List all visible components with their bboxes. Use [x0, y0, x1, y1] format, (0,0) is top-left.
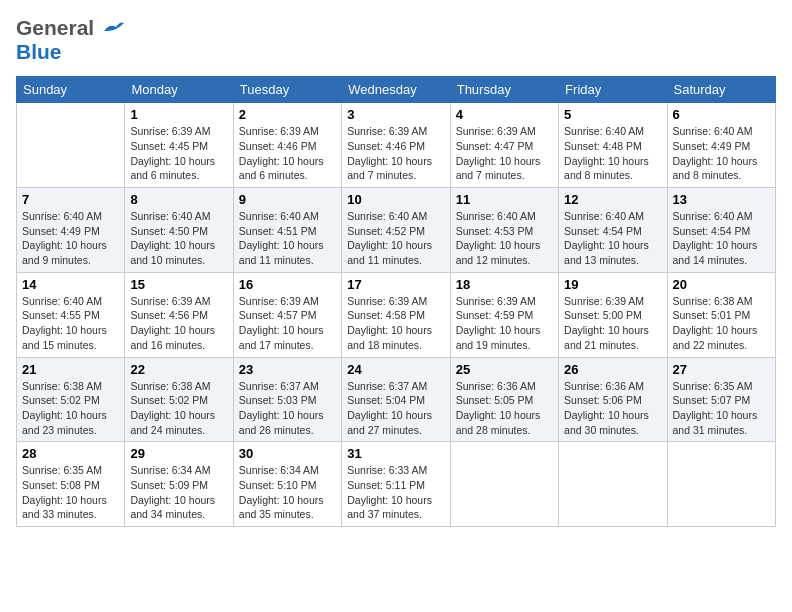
- day-info: Sunrise: 6:40 AM Sunset: 4:48 PM Dayligh…: [564, 124, 661, 183]
- day-number: 5: [564, 107, 661, 122]
- calendar-table: SundayMondayTuesdayWednesdayThursdayFrid…: [16, 76, 776, 527]
- day-number: 28: [22, 446, 119, 461]
- day-info: Sunrise: 6:39 AM Sunset: 4:46 PM Dayligh…: [239, 124, 336, 183]
- day-number: 22: [130, 362, 227, 377]
- calendar-cell: 19Sunrise: 6:39 AM Sunset: 5:00 PM Dayli…: [559, 272, 667, 357]
- logo-blue: Blue: [16, 40, 62, 63]
- calendar-day-header: Tuesday: [233, 77, 341, 103]
- calendar-cell: [450, 442, 558, 527]
- calendar-header-row: SundayMondayTuesdayWednesdayThursdayFrid…: [17, 77, 776, 103]
- day-number: 24: [347, 362, 444, 377]
- day-info: Sunrise: 6:40 AM Sunset: 4:54 PM Dayligh…: [564, 209, 661, 268]
- day-info: Sunrise: 6:40 AM Sunset: 4:52 PM Dayligh…: [347, 209, 444, 268]
- day-info: Sunrise: 6:39 AM Sunset: 4:46 PM Dayligh…: [347, 124, 444, 183]
- day-number: 10: [347, 192, 444, 207]
- day-info: Sunrise: 6:35 AM Sunset: 5:07 PM Dayligh…: [673, 379, 770, 438]
- calendar-cell: 6Sunrise: 6:40 AM Sunset: 4:49 PM Daylig…: [667, 103, 775, 188]
- day-info: Sunrise: 6:35 AM Sunset: 5:08 PM Dayligh…: [22, 463, 119, 522]
- calendar-cell: 5Sunrise: 6:40 AM Sunset: 4:48 PM Daylig…: [559, 103, 667, 188]
- day-info: Sunrise: 6:39 AM Sunset: 4:59 PM Dayligh…: [456, 294, 553, 353]
- calendar-cell: 15Sunrise: 6:39 AM Sunset: 4:56 PM Dayli…: [125, 272, 233, 357]
- day-number: 14: [22, 277, 119, 292]
- calendar-cell: 21Sunrise: 6:38 AM Sunset: 5:02 PM Dayli…: [17, 357, 125, 442]
- day-info: Sunrise: 6:38 AM Sunset: 5:02 PM Dayligh…: [22, 379, 119, 438]
- day-number: 15: [130, 277, 227, 292]
- calendar-cell: 12Sunrise: 6:40 AM Sunset: 4:54 PM Dayli…: [559, 188, 667, 273]
- day-info: Sunrise: 6:38 AM Sunset: 5:01 PM Dayligh…: [673, 294, 770, 353]
- day-info: Sunrise: 6:34 AM Sunset: 5:09 PM Dayligh…: [130, 463, 227, 522]
- day-number: 26: [564, 362, 661, 377]
- day-number: 25: [456, 362, 553, 377]
- calendar-cell: [667, 442, 775, 527]
- day-number: 2: [239, 107, 336, 122]
- calendar-week-row: 7Sunrise: 6:40 AM Sunset: 4:49 PM Daylig…: [17, 188, 776, 273]
- calendar-cell: 28Sunrise: 6:35 AM Sunset: 5:08 PM Dayli…: [17, 442, 125, 527]
- calendar-cell: 17Sunrise: 6:39 AM Sunset: 4:58 PM Dayli…: [342, 272, 450, 357]
- calendar-week-row: 28Sunrise: 6:35 AM Sunset: 5:08 PM Dayli…: [17, 442, 776, 527]
- day-number: 31: [347, 446, 444, 461]
- calendar-cell: 23Sunrise: 6:37 AM Sunset: 5:03 PM Dayli…: [233, 357, 341, 442]
- page-header: General Blue: [16, 16, 776, 64]
- calendar-cell: 13Sunrise: 6:40 AM Sunset: 4:54 PM Dayli…: [667, 188, 775, 273]
- calendar-cell: 16Sunrise: 6:39 AM Sunset: 4:57 PM Dayli…: [233, 272, 341, 357]
- calendar-day-header: Wednesday: [342, 77, 450, 103]
- day-number: 1: [130, 107, 227, 122]
- day-info: Sunrise: 6:33 AM Sunset: 5:11 PM Dayligh…: [347, 463, 444, 522]
- day-number: 18: [456, 277, 553, 292]
- day-number: 7: [22, 192, 119, 207]
- calendar-cell: 26Sunrise: 6:36 AM Sunset: 5:06 PM Dayli…: [559, 357, 667, 442]
- calendar-cell: 18Sunrise: 6:39 AM Sunset: 4:59 PM Dayli…: [450, 272, 558, 357]
- calendar-cell: 14Sunrise: 6:40 AM Sunset: 4:55 PM Dayli…: [17, 272, 125, 357]
- day-info: Sunrise: 6:40 AM Sunset: 4:54 PM Dayligh…: [673, 209, 770, 268]
- day-number: 6: [673, 107, 770, 122]
- day-info: Sunrise: 6:39 AM Sunset: 4:45 PM Dayligh…: [130, 124, 227, 183]
- calendar-cell: 4Sunrise: 6:39 AM Sunset: 4:47 PM Daylig…: [450, 103, 558, 188]
- day-info: Sunrise: 6:34 AM Sunset: 5:10 PM Dayligh…: [239, 463, 336, 522]
- calendar-cell: 3Sunrise: 6:39 AM Sunset: 4:46 PM Daylig…: [342, 103, 450, 188]
- calendar-cell: 31Sunrise: 6:33 AM Sunset: 5:11 PM Dayli…: [342, 442, 450, 527]
- day-number: 13: [673, 192, 770, 207]
- day-info: Sunrise: 6:40 AM Sunset: 4:55 PM Dayligh…: [22, 294, 119, 353]
- calendar-day-header: Sunday: [17, 77, 125, 103]
- day-number: 12: [564, 192, 661, 207]
- day-info: Sunrise: 6:40 AM Sunset: 4:49 PM Dayligh…: [673, 124, 770, 183]
- calendar-cell: 27Sunrise: 6:35 AM Sunset: 5:07 PM Dayli…: [667, 357, 775, 442]
- day-number: 27: [673, 362, 770, 377]
- calendar-cell: 24Sunrise: 6:37 AM Sunset: 5:04 PM Dayli…: [342, 357, 450, 442]
- calendar-cell: 30Sunrise: 6:34 AM Sunset: 5:10 PM Dayli…: [233, 442, 341, 527]
- day-info: Sunrise: 6:39 AM Sunset: 5:00 PM Dayligh…: [564, 294, 661, 353]
- calendar-cell: 20Sunrise: 6:38 AM Sunset: 5:01 PM Dayli…: [667, 272, 775, 357]
- calendar-week-row: 1Sunrise: 6:39 AM Sunset: 4:45 PM Daylig…: [17, 103, 776, 188]
- day-info: Sunrise: 6:37 AM Sunset: 5:03 PM Dayligh…: [239, 379, 336, 438]
- calendar-cell: 8Sunrise: 6:40 AM Sunset: 4:50 PM Daylig…: [125, 188, 233, 273]
- calendar-cell: 22Sunrise: 6:38 AM Sunset: 5:02 PM Dayli…: [125, 357, 233, 442]
- day-number: 16: [239, 277, 336, 292]
- day-info: Sunrise: 6:39 AM Sunset: 4:57 PM Dayligh…: [239, 294, 336, 353]
- day-number: 8: [130, 192, 227, 207]
- calendar-cell: [17, 103, 125, 188]
- calendar-cell: [559, 442, 667, 527]
- day-info: Sunrise: 6:39 AM Sunset: 4:56 PM Dayligh…: [130, 294, 227, 353]
- day-info: Sunrise: 6:39 AM Sunset: 4:47 PM Dayligh…: [456, 124, 553, 183]
- calendar-cell: 29Sunrise: 6:34 AM Sunset: 5:09 PM Dayli…: [125, 442, 233, 527]
- day-number: 19: [564, 277, 661, 292]
- day-number: 3: [347, 107, 444, 122]
- calendar-day-header: Friday: [559, 77, 667, 103]
- day-info: Sunrise: 6:36 AM Sunset: 5:06 PM Dayligh…: [564, 379, 661, 438]
- logo: General Blue: [16, 16, 124, 64]
- day-number: 29: [130, 446, 227, 461]
- day-info: Sunrise: 6:40 AM Sunset: 4:53 PM Dayligh…: [456, 209, 553, 268]
- calendar-cell: 25Sunrise: 6:36 AM Sunset: 5:05 PM Dayli…: [450, 357, 558, 442]
- calendar-cell: 7Sunrise: 6:40 AM Sunset: 4:49 PM Daylig…: [17, 188, 125, 273]
- day-number: 4: [456, 107, 553, 122]
- day-number: 23: [239, 362, 336, 377]
- calendar-cell: 11Sunrise: 6:40 AM Sunset: 4:53 PM Dayli…: [450, 188, 558, 273]
- day-number: 9: [239, 192, 336, 207]
- day-info: Sunrise: 6:38 AM Sunset: 5:02 PM Dayligh…: [130, 379, 227, 438]
- logo-bird-icon: [102, 21, 124, 37]
- calendar-week-row: 14Sunrise: 6:40 AM Sunset: 4:55 PM Dayli…: [17, 272, 776, 357]
- day-info: Sunrise: 6:39 AM Sunset: 4:58 PM Dayligh…: [347, 294, 444, 353]
- day-number: 20: [673, 277, 770, 292]
- calendar-cell: 2Sunrise: 6:39 AM Sunset: 4:46 PM Daylig…: [233, 103, 341, 188]
- calendar-cell: 1Sunrise: 6:39 AM Sunset: 4:45 PM Daylig…: [125, 103, 233, 188]
